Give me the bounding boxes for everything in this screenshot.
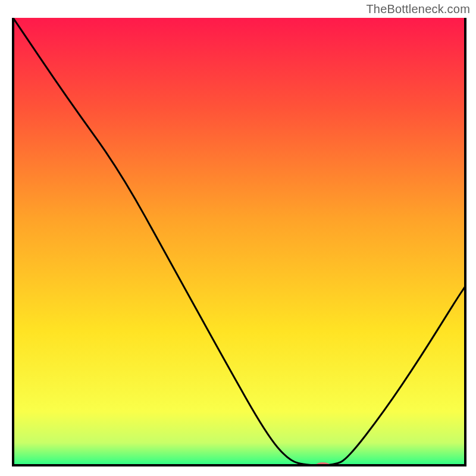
plot-background — [13, 18, 465, 465]
chart-container: TheBottleneck.com — [0, 0, 476, 476]
attribution-text: TheBottleneck.com — [366, 2, 470, 16]
chart-svg — [0, 0, 476, 476]
